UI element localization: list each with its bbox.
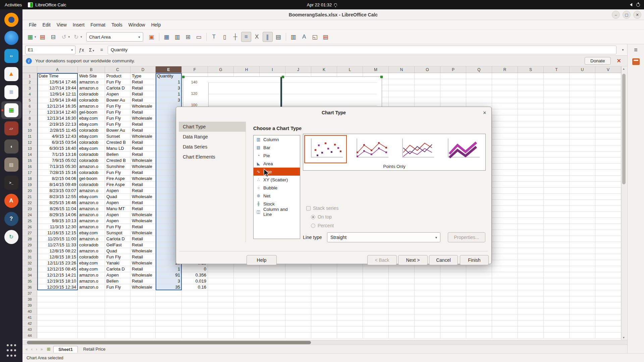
cell[interactable] bbox=[544, 182, 570, 188]
cell[interactable] bbox=[415, 266, 440, 272]
cell[interactable] bbox=[570, 314, 595, 320]
cell[interactable] bbox=[492, 320, 518, 326]
cell[interactable]: ebay.com bbox=[78, 194, 105, 200]
cell[interactable] bbox=[544, 278, 570, 284]
cell[interactable]: amazon.o bbox=[78, 248, 105, 254]
chart-type-bar[interactable]: ▤Bar bbox=[254, 143, 300, 152]
cell[interactable] bbox=[260, 333, 285, 339]
cell[interactable]: Retail bbox=[130, 91, 156, 97]
expand-formula-bar-icon[interactable]: ▾ bbox=[619, 48, 627, 52]
column-header-c[interactable]: C bbox=[105, 66, 130, 73]
cell[interactable] bbox=[234, 266, 260, 272]
cell[interactable] bbox=[544, 121, 570, 127]
undo-icon[interactable]: ↺ bbox=[59, 32, 69, 42]
cell[interactable] bbox=[518, 296, 544, 302]
cell[interactable] bbox=[105, 302, 130, 308]
cell[interactable] bbox=[105, 296, 130, 302]
cell[interactable] bbox=[595, 133, 621, 139]
cell[interactable] bbox=[234, 326, 260, 333]
column-header-n[interactable]: N bbox=[389, 66, 415, 73]
cell[interactable] bbox=[595, 242, 621, 248]
cell[interactable] bbox=[595, 79, 621, 85]
cell[interactable] bbox=[518, 290, 544, 296]
cell[interactable] bbox=[440, 91, 466, 97]
cell[interactable]: 12/6/14 17:46 bbox=[37, 79, 78, 85]
cell[interactable] bbox=[466, 333, 492, 339]
next-sheet-icon[interactable]: › bbox=[35, 347, 38, 352]
formula-icon[interactable]: = bbox=[98, 47, 106, 53]
column-header-l[interactable]: L bbox=[337, 66, 363, 73]
chart-type-net[interactable]: ⊛Net bbox=[254, 192, 300, 200]
row-header-32[interactable]: 32 bbox=[22, 260, 37, 266]
cell[interactable] bbox=[518, 308, 544, 314]
row-header-40[interactable]: 40 bbox=[22, 308, 37, 314]
column-header-k[interactable]: K bbox=[311, 66, 337, 73]
line-type-dropdown[interactable]: Straight ▾ bbox=[327, 232, 440, 242]
cell[interactable]: amazon.o bbox=[78, 200, 105, 206]
cell[interactable]: 1 bbox=[156, 79, 182, 85]
cell[interactable] bbox=[518, 333, 544, 339]
cell[interactable] bbox=[389, 79, 415, 85]
cell[interactable] bbox=[260, 326, 285, 333]
cell[interactable] bbox=[544, 170, 570, 176]
column-header-j[interactable]: J bbox=[285, 66, 311, 73]
row-header-13[interactable]: 13 bbox=[22, 145, 37, 152]
column-header-e[interactable]: E bbox=[156, 66, 182, 73]
cell[interactable] bbox=[518, 158, 544, 164]
cell[interactable] bbox=[492, 133, 518, 139]
data-table-icon[interactable]: ▥ bbox=[172, 32, 182, 42]
cell[interactable] bbox=[492, 97, 518, 103]
cell[interactable] bbox=[492, 200, 518, 206]
cell[interactable] bbox=[363, 308, 389, 314]
cell[interactable] bbox=[389, 266, 415, 272]
cell[interactable]: 12/7/14 19:44 bbox=[37, 85, 78, 91]
next-button[interactable]: Next > bbox=[398, 255, 428, 265]
format-selection-icon[interactable]: ▣ bbox=[147, 32, 157, 42]
dock-vscode[interactable]: ‹› bbox=[1, 47, 21, 65]
cell[interactable] bbox=[492, 188, 518, 194]
cell[interactable] bbox=[544, 97, 570, 103]
cell[interactable] bbox=[570, 278, 595, 284]
cell[interactable] bbox=[570, 188, 595, 194]
row-header-24[interactable]: 24 bbox=[22, 212, 37, 218]
cell[interactable] bbox=[595, 109, 621, 115]
cell[interactable]: ebay.com bbox=[78, 230, 105, 236]
cell[interactable] bbox=[518, 79, 544, 85]
donate-button[interactable]: Donate bbox=[585, 57, 611, 65]
cell[interactable] bbox=[37, 290, 78, 296]
cell[interactable] bbox=[389, 308, 415, 314]
cell[interactable] bbox=[389, 296, 415, 302]
row-header-37[interactable]: 37 bbox=[22, 290, 37, 296]
cell[interactable] bbox=[492, 266, 518, 272]
cell[interactable]: 0.356 bbox=[182, 272, 208, 278]
cell[interactable]: 7/9/15 05:02 bbox=[37, 158, 78, 164]
cell[interactable] bbox=[492, 164, 518, 170]
cell[interactable]: Retail bbox=[130, 85, 156, 91]
column-header-v[interactable]: V bbox=[595, 66, 621, 73]
cell[interactable]: amazon.o bbox=[78, 103, 105, 109]
cell[interactable] bbox=[234, 302, 260, 308]
cell[interactable] bbox=[544, 320, 570, 326]
cell[interactable] bbox=[544, 188, 570, 194]
cell[interactable] bbox=[440, 302, 466, 308]
cell[interactable]: 12/13/14 12:40 bbox=[37, 109, 78, 115]
cell[interactable]: Quad bbox=[105, 248, 130, 254]
dock-terminal[interactable]: >_ bbox=[1, 174, 21, 191]
cell[interactable]: amazon.o bbox=[78, 224, 105, 230]
cell[interactable] bbox=[518, 218, 544, 224]
cell[interactable]: 8/25/15 16:46 bbox=[37, 200, 78, 206]
cell[interactable] bbox=[595, 176, 621, 182]
cell[interactable] bbox=[415, 314, 440, 320]
cell[interactable] bbox=[363, 272, 389, 278]
cell[interactable] bbox=[492, 170, 518, 176]
cell[interactable] bbox=[544, 152, 570, 158]
first-sheet-icon[interactable]: « bbox=[24, 347, 29, 352]
row-header-1[interactable]: 1 bbox=[22, 73, 37, 79]
dialog-nav-data-series[interactable]: Data Series bbox=[179, 142, 246, 152]
cell[interactable] bbox=[518, 224, 544, 230]
cell[interactable]: 8/23/15 03:07 bbox=[37, 188, 78, 194]
sidebar-settings-icon[interactable]: ≡ bbox=[634, 47, 638, 53]
cell[interactable]: gel-boom bbox=[78, 109, 105, 115]
cell[interactable] bbox=[518, 91, 544, 97]
cell[interactable]: 7/28/15 15:16 bbox=[37, 170, 78, 176]
